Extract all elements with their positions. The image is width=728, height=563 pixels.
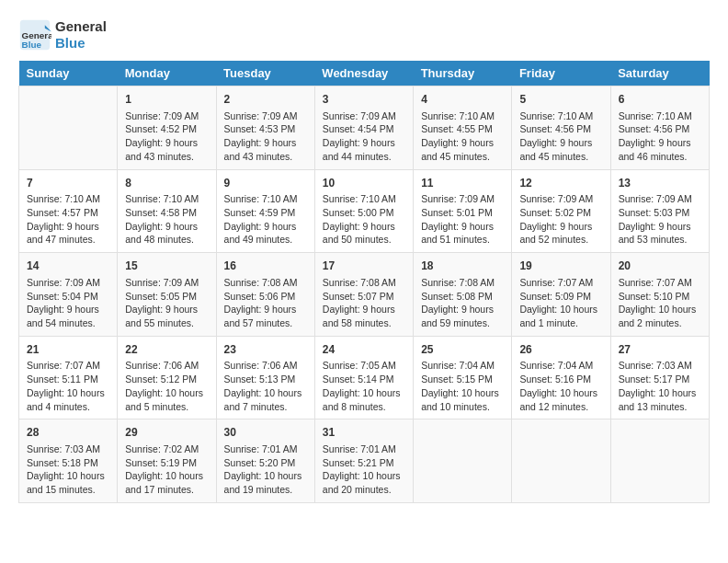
day-info: Sunrise: 7:10 AM xyxy=(224,192,307,206)
day-number: 4 xyxy=(421,92,504,108)
day-info: Sunrise: 7:01 AM xyxy=(224,442,307,456)
day-cell: 6Sunrise: 7:10 AMSunset: 4:56 PMDaylight… xyxy=(610,86,709,170)
day-info: Daylight: 9 hours xyxy=(224,303,307,316)
day-info: Sunset: 4:56 PM xyxy=(619,122,701,136)
day-info: Sunrise: 7:09 AM xyxy=(125,276,208,290)
day-cell: 29Sunrise: 7:02 AMSunset: 5:19 PMDayligh… xyxy=(118,419,216,503)
day-info: Daylight: 10 hours xyxy=(224,386,307,400)
day-info: Sunset: 5:00 PM xyxy=(323,206,405,220)
day-info: Sunrise: 7:03 AM xyxy=(619,359,701,373)
day-number: 17 xyxy=(323,259,405,274)
day-info: and 52 minutes. xyxy=(519,233,602,247)
day-cell: 21Sunrise: 7:07 AMSunset: 5:11 PMDayligh… xyxy=(19,336,118,419)
day-cell xyxy=(414,419,512,503)
day-info: Sunset: 5:18 PM xyxy=(27,456,109,470)
week-row-3: 14Sunrise: 7:09 AMSunset: 5:04 PMDayligh… xyxy=(19,253,710,337)
day-info: and 20 minutes. xyxy=(323,483,405,497)
day-info: and 49 minutes. xyxy=(224,233,307,247)
day-number: 22 xyxy=(125,342,208,358)
calendar-table: SundayMondayTuesdayWednesdayThursdayFrid… xyxy=(18,61,710,503)
day-number: 23 xyxy=(224,342,307,358)
day-info: and 1 minute. xyxy=(519,316,602,330)
day-cell xyxy=(19,86,118,170)
day-info: and 7 minutes. xyxy=(224,400,307,414)
day-number: 8 xyxy=(125,176,208,191)
day-number: 14 xyxy=(27,259,109,274)
day-info: Sunrise: 7:07 AM xyxy=(27,359,109,373)
day-info: and 5 minutes. xyxy=(125,400,208,414)
day-number: 31 xyxy=(323,425,405,441)
day-info: Daylight: 9 hours xyxy=(421,303,504,316)
day-info: Sunrise: 7:10 AM xyxy=(619,109,701,123)
day-info: Sunset: 4:59 PM xyxy=(224,206,307,220)
day-info: Daylight: 9 hours xyxy=(125,303,208,316)
day-info: Sunrise: 7:07 AM xyxy=(619,276,701,290)
week-row-1: 1Sunrise: 7:09 AMSunset: 4:52 PMDaylight… xyxy=(19,86,710,170)
week-row-4: 21Sunrise: 7:07 AMSunset: 5:11 PMDayligh… xyxy=(19,336,710,419)
day-cell: 28Sunrise: 7:03 AMSunset: 5:18 PMDayligh… xyxy=(19,419,118,503)
day-info: Daylight: 9 hours xyxy=(125,220,208,234)
day-info: Sunset: 5:05 PM xyxy=(125,290,208,304)
header-cell-sunday: Sunday xyxy=(19,61,118,86)
day-info: Sunset: 5:04 PM xyxy=(27,290,109,304)
day-info: Daylight: 9 hours xyxy=(27,303,109,316)
day-info: Sunrise: 7:04 AM xyxy=(519,359,602,373)
day-cell xyxy=(512,419,610,503)
day-info: and 15 minutes. xyxy=(27,483,109,497)
day-info: Daylight: 9 hours xyxy=(224,136,307,150)
day-info: Sunrise: 7:06 AM xyxy=(224,359,307,373)
day-cell: 24Sunrise: 7:05 AMSunset: 5:14 PMDayligh… xyxy=(314,336,413,419)
day-info: Sunset: 4:54 PM xyxy=(323,122,405,136)
day-number: 25 xyxy=(421,342,504,358)
day-info: Sunrise: 7:09 AM xyxy=(323,109,405,123)
day-info: Sunrise: 7:09 AM xyxy=(421,192,504,206)
day-info: Sunset: 5:19 PM xyxy=(125,456,208,470)
day-cell: 22Sunrise: 7:06 AMSunset: 5:12 PMDayligh… xyxy=(118,336,216,419)
day-cell: 23Sunrise: 7:06 AMSunset: 5:13 PMDayligh… xyxy=(216,336,314,419)
day-info: Sunrise: 7:01 AM xyxy=(323,442,405,456)
day-info: Sunrise: 7:10 AM xyxy=(323,192,405,206)
day-info: and 10 minutes. xyxy=(421,400,504,414)
day-number: 24 xyxy=(323,342,405,358)
day-info: Sunset: 5:21 PM xyxy=(323,456,405,470)
day-info: and 45 minutes. xyxy=(519,150,602,164)
day-info: Sunrise: 7:08 AM xyxy=(323,276,405,290)
day-info: and 54 minutes. xyxy=(27,316,109,330)
day-number: 20 xyxy=(619,259,701,274)
day-info: Sunset: 5:20 PM xyxy=(224,456,307,470)
day-cell: 18Sunrise: 7:08 AMSunset: 5:08 PMDayligh… xyxy=(414,253,512,337)
header-cell-thursday: Thursday xyxy=(414,61,512,86)
day-number: 26 xyxy=(519,342,602,358)
day-number: 2 xyxy=(224,92,307,108)
day-info: Sunrise: 7:08 AM xyxy=(421,276,504,290)
day-number: 9 xyxy=(224,176,307,191)
day-cell: 11Sunrise: 7:09 AMSunset: 5:01 PMDayligh… xyxy=(414,169,512,253)
day-info: and 45 minutes. xyxy=(421,150,504,164)
day-info: Sunset: 5:07 PM xyxy=(323,290,405,304)
day-info: and 57 minutes. xyxy=(224,316,307,330)
day-cell: 3Sunrise: 7:09 AMSunset: 4:54 PMDaylight… xyxy=(314,86,413,170)
day-cell: 10Sunrise: 7:10 AMSunset: 5:00 PMDayligh… xyxy=(314,169,413,253)
day-cell: 16Sunrise: 7:08 AMSunset: 5:06 PMDayligh… xyxy=(216,253,314,337)
day-info: Sunset: 5:11 PM xyxy=(27,373,109,386)
day-number: 30 xyxy=(224,425,307,441)
day-info: Daylight: 10 hours xyxy=(27,386,109,400)
day-info: Sunset: 5:10 PM xyxy=(619,290,701,304)
day-info: Daylight: 10 hours xyxy=(519,303,602,316)
day-info: Sunset: 5:17 PM xyxy=(619,373,701,386)
day-info: Daylight: 9 hours xyxy=(27,220,109,234)
day-info: Sunset: 4:58 PM xyxy=(125,206,208,220)
day-info: Sunrise: 7:10 AM xyxy=(519,109,602,123)
day-info: Sunrise: 7:09 AM xyxy=(27,276,109,290)
day-info: Sunrise: 7:10 AM xyxy=(421,109,504,123)
day-info: Sunrise: 7:06 AM xyxy=(125,359,208,373)
day-info: Sunset: 5:02 PM xyxy=(519,206,602,220)
day-cell: 5Sunrise: 7:10 AMSunset: 4:56 PMDaylight… xyxy=(512,86,610,170)
day-info: Sunset: 5:14 PM xyxy=(323,373,405,386)
header-row: SundayMondayTuesdayWednesdayThursdayFrid… xyxy=(19,61,710,86)
logo-icon: General Blue xyxy=(18,18,51,52)
day-info: Sunset: 4:55 PM xyxy=(421,122,504,136)
day-number: 10 xyxy=(323,176,405,191)
header-cell-monday: Monday xyxy=(118,61,216,86)
day-cell: 15Sunrise: 7:09 AMSunset: 5:05 PMDayligh… xyxy=(118,253,216,337)
